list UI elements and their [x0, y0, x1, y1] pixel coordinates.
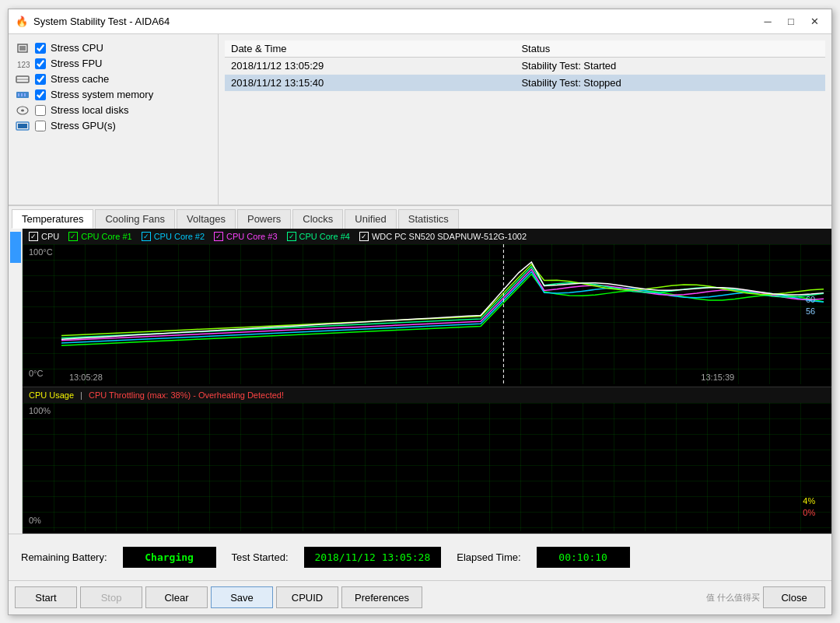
legend-checkbox[interactable]: ✓: [287, 232, 296, 241]
stress-label-cpu: Stress CPU: [51, 42, 103, 54]
preferences-button[interactable]: Preferences: [341, 586, 422, 608]
col-datetime: Date & Time: [225, 40, 515, 58]
legend-label: CPU Core #2: [154, 232, 205, 241]
tab-voltages[interactable]: Voltages: [177, 209, 236, 229]
log-table: Date & Time Status 2018/11/12 13:05:29St…: [225, 40, 825, 92]
stress-item-cache: Stress cache: [15, 72, 212, 87]
bottom-info-bar: Remaining Battery: Charging Test Started…: [9, 534, 831, 580]
stop-button[interactable]: Stop: [80, 586, 142, 608]
app-icon: 🔥: [15, 14, 29, 28]
legend-checkbox[interactable]: ✓: [214, 232, 223, 241]
svg-text:4%: 4%: [803, 496, 815, 506]
checkbox-fpu[interactable]: [35, 58, 46, 69]
checkbox-disks[interactable]: [35, 105, 46, 116]
cpu-chart-svg: 100% 0% 4% 0%: [23, 403, 831, 531]
svg-text:0%: 0%: [803, 508, 815, 517]
cpu-legend: CPU Usage | CPU Throttling (max: 38%) - …: [23, 387, 831, 403]
stress-icon-fpu: 123: [15, 58, 30, 70]
svg-rect-12: [18, 124, 27, 128]
stress-label-fpu: Stress FPU: [51, 58, 102, 69]
maximize-button[interactable]: □: [780, 12, 802, 30]
log-datetime: 2018/11/12 13:15:40: [225, 74, 515, 91]
log-panel: Date & Time Status 2018/11/12 13:05:29St…: [219, 34, 831, 205]
close-footer-button[interactable]: Close: [763, 586, 825, 608]
tabs-area: TemperaturesCooling FansVoltagesPowersCl…: [9, 205, 831, 229]
svg-rect-14: [23, 244, 831, 384]
svg-rect-6: [18, 93, 19, 96]
stress-item-cpu: Stress CPU: [15, 40, 212, 56]
cpu-throttle-label: CPU Throttling (max: 38%) - Overheating …: [89, 390, 284, 400]
legend-item-cpu_core_#3: ✓CPU Core #3: [214, 232, 277, 241]
battery-value: Charging: [123, 547, 216, 568]
minimize-button[interactable]: ─: [757, 12, 779, 30]
legend-item-cpu_core_#1: ✓CPU Core #1: [68, 232, 131, 241]
temperature-chart: ✓CPU✓CPU Core #1✓CPU Core #2✓CPU Core #3…: [23, 229, 831, 387]
tab-temperatures[interactable]: Temperatures: [12, 209, 93, 229]
svg-text:100°C: 100°C: [29, 247, 53, 257]
legend-checkbox[interactable]: ✓: [29, 232, 38, 241]
tabs-row: TemperaturesCooling FansVoltagesPowersCl…: [9, 206, 831, 229]
checkbox-cpu[interactable]: [35, 43, 46, 54]
test-started-label: Test Started:: [232, 551, 289, 563]
legend-checkbox[interactable]: ✓: [142, 232, 151, 241]
close-button[interactable]: ✕: [803, 12, 825, 30]
stress-options-panel: Stress CPU123Stress FPUStress cacheStres…: [9, 34, 219, 205]
charts-area: ✓CPU✓CPU Core #1✓CPU Core #2✓CPU Core #3…: [9, 229, 831, 534]
stress-label-gpu: Stress GPU(s): [51, 120, 116, 131]
stress-label-cache: Stress cache: [51, 73, 109, 85]
start-button[interactable]: Start: [15, 586, 77, 608]
stress-item-disks: Stress local disks: [15, 103, 212, 118]
stress-icon-cpu: [15, 42, 30, 54]
legend-checkbox[interactable]: ✓: [359, 232, 369, 241]
stress-icon-gpu: [15, 120, 30, 132]
checkbox-gpu[interactable]: [35, 121, 46, 131]
stress-item-gpu: Stress GPU(s): [15, 118, 212, 134]
col-status: Status: [515, 40, 825, 58]
log-row: 2018/11/12 13:15:40Stability Test: Stopp…: [225, 74, 825, 91]
svg-text:0°C: 0°C: [29, 369, 44, 378]
legend-item-cpu_core_#2: ✓CPU Core #2: [142, 232, 205, 241]
cpuid-button[interactable]: CPUID: [276, 586, 338, 608]
temp-legend: ✓CPU✓CPU Core #1✓CPU Core #2✓CPU Core #3…: [23, 229, 831, 244]
svg-text:100%: 100%: [29, 406, 51, 415]
svg-text:123: 123: [17, 61, 30, 69]
tab-statistics[interactable]: Statistics: [398, 209, 459, 229]
cpu-usage-label: CPU Usage: [29, 390, 74, 400]
legend-item-cpu: ✓CPU: [29, 232, 59, 241]
temp-chart-svg: 100°C 0°C 13:05:28 13:15:39 60 56: [23, 244, 831, 384]
svg-text:13:05:28: 13:05:28: [69, 373, 103, 382]
svg-text:13:15:39: 13:15:39: [701, 373, 734, 382]
svg-rect-8: [24, 93, 26, 96]
stress-icon-cache: [15, 73, 30, 86]
legend-checkbox[interactable]: ✓: [68, 232, 78, 241]
log-datetime: 2018/11/12 13:05:29: [225, 57, 515, 74]
tab-unified[interactable]: Unified: [345, 209, 396, 229]
svg-rect-1: [19, 46, 26, 51]
window-controls: ─ □ ✕: [757, 12, 825, 30]
cpu-usage-chart: CPU Usage | CPU Throttling (max: 38%) - …: [23, 387, 831, 534]
legend-item-cpu_core_#4: ✓CPU Core #4: [287, 232, 350, 241]
svg-point-10: [21, 109, 24, 111]
elapsed-label: Elapsed Time:: [457, 551, 520, 563]
elapsed-value: 00:10:10: [537, 547, 630, 568]
tab-clocks[interactable]: Clocks: [292, 209, 343, 229]
stress-label-memory: Stress system memory: [51, 89, 153, 100]
cpu-legend-sep: |: [80, 390, 82, 400]
stress-icon-memory: [15, 89, 30, 101]
tab-powers[interactable]: Powers: [237, 209, 291, 229]
svg-text:0%: 0%: [29, 516, 41, 525]
legend-label: CPU Core #1: [81, 232, 131, 241]
tab-cooling-fans[interactable]: Cooling Fans: [95, 209, 175, 229]
save-button[interactable]: Save: [211, 586, 273, 608]
legend-label: CPU Core #3: [226, 232, 277, 241]
svg-text:60: 60: [806, 295, 815, 304]
battery-label: Remaining Battery:: [21, 551, 107, 563]
clear-button[interactable]: Clear: [145, 586, 208, 608]
checkbox-memory[interactable]: [35, 89, 46, 100]
test-started-value: 2018/11/12 13:05:28: [304, 547, 442, 568]
footer-buttons: Start Stop Clear Save CPUID Preferences …: [9, 580, 831, 614]
stress-item-memory: Stress system memory: [15, 87, 212, 103]
checkbox-cache[interactable]: [35, 74, 46, 85]
legend-item-wdc_pc_sn520_sdapnuw-512g-1002: ✓WDC PC SN520 SDAPNUW-512G-1002: [359, 232, 527, 241]
stress-item-fpu: 123Stress FPU: [15, 56, 212, 72]
